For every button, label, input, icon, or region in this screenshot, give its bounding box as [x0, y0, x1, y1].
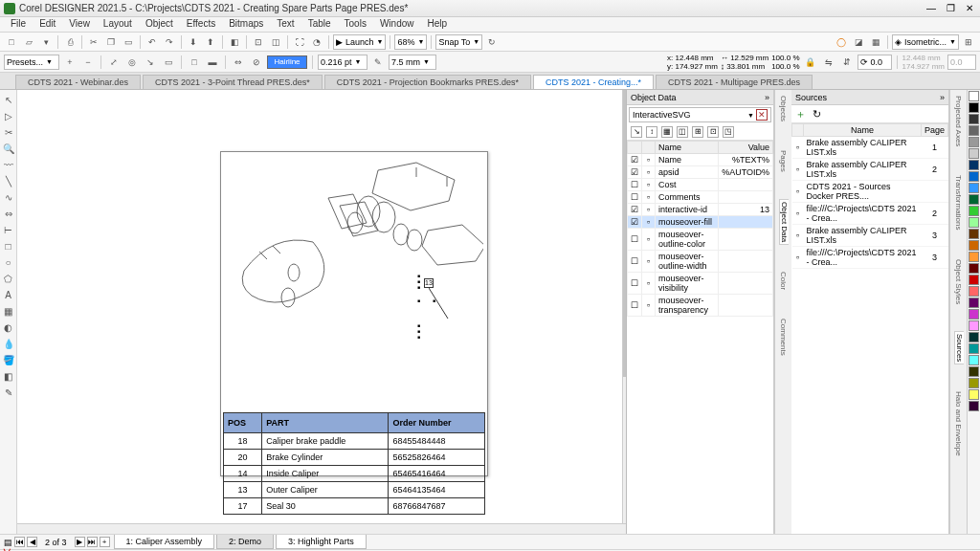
source-row[interactable]: ▫Brake assembly CALIPER LIST.xls1 [792, 137, 948, 159]
freehand-tool-icon[interactable]: 〰 [1, 157, 16, 172]
page-nav-toggle-icon[interactable]: ▤ [4, 538, 12, 547]
document-tab[interactable]: CDTS 2021 - Webinar.des [15, 75, 141, 89]
color-swatch[interactable] [969, 355, 979, 365]
menu-bitmaps[interactable]: Bitmaps [222, 17, 270, 32]
callout2-icon[interactable]: ▭ [161, 55, 176, 70]
docker-tab[interactable]: Comments [779, 317, 788, 358]
flip-h-icon[interactable]: ⇋ [821, 55, 836, 70]
undo-icon[interactable]: ↶ [145, 34, 160, 50]
color-swatch[interactable] [969, 160, 979, 170]
object-data-row[interactable]: ☐▫mouseover-outline-color [628, 229, 773, 251]
checkbox[interactable]: ☐ [628, 273, 642, 295]
callout1-icon[interactable]: ↘ [143, 55, 158, 70]
color-swatch[interactable] [969, 286, 979, 297]
fill-icon[interactable]: ▬ [205, 55, 220, 70]
color-swatch[interactable] [969, 366, 979, 377]
checkbox[interactable]: ☑ [628, 166, 642, 179]
close-button[interactable]: ✕ [963, 3, 976, 13]
pen-icon[interactable]: ✎ [370, 55, 386, 70]
object-data-row[interactable]: ☐▫mouseover-visibility [628, 273, 773, 295]
checkbox[interactable]: ☐ [628, 251, 642, 273]
add-page-icon[interactable]: + [100, 537, 110, 547]
object-data-row[interactable]: ☑▫Name%TEXT% [628, 154, 773, 166]
color-swatch[interactable] [969, 240, 979, 251]
circle-icon[interactable]: ◔ [309, 34, 324, 50]
docker-tab[interactable]: Object Styles [954, 257, 963, 306]
source-row[interactable]: ▫file:///C:\Projects\CDTS 2021 - Crea...… [792, 247, 948, 269]
docker-tab[interactable]: Sources [954, 331, 964, 364]
options2-icon[interactable]: ◫ [268, 34, 283, 50]
app2-icon[interactable]: ▦ [868, 34, 883, 50]
docker-menu-icon[interactable]: » [940, 93, 945, 102]
color-swatch[interactable] [969, 148, 979, 159]
import-icon[interactable]: ⬇ [186, 34, 201, 50]
canvas-area[interactable]: ■ ■ ■ ■ ■ ■ ■ ■ 13 POSPARTOrder Number 1… [17, 90, 626, 534]
od-icon-7[interactable]: ◳ [723, 126, 734, 138]
checkbox[interactable]: ☐ [628, 179, 642, 191]
no-outline-icon[interactable]: ⊘ [249, 55, 264, 70]
source-row[interactable]: ▫CDTS 2021 - Sources Docker PRES.... [792, 181, 948, 203]
zoom-combo[interactable]: 68%▼ [394, 34, 427, 50]
object-data-row[interactable]: ☐▫Cost [628, 179, 773, 191]
checkbox[interactable]: ☑ [628, 216, 642, 229]
color-swatch[interactable] [969, 263, 979, 274]
options-icon[interactable]: ⊡ [251, 34, 266, 50]
docker-tab[interactable]: Object Data [779, 199, 789, 245]
color-swatch[interactable] [969, 206, 979, 216]
horizontal-scrollbar[interactable] [17, 523, 626, 534]
menu-tools[interactable]: Tools [338, 17, 373, 32]
clear-library-icon[interactable]: ✕ [756, 109, 768, 121]
first-page-icon[interactable]: ⏮ [14, 537, 25, 547]
source-row[interactable]: ▫Brake assembly CALIPER LIST.xls3 [792, 225, 948, 247]
snap-combo[interactable]: Snap To▼ [435, 34, 482, 50]
menu-layout[interactable]: Layout [97, 17, 139, 32]
del-preset-icon[interactable]: − [80, 55, 96, 70]
transparency-tool-icon[interactable]: ◧ [1, 368, 16, 384]
print-icon[interactable]: ⎙ [62, 34, 78, 50]
add-source-icon[interactable]: ＋ [795, 108, 807, 120]
cut-icon[interactable]: ✂ [86, 34, 101, 50]
color-swatch[interactable] [969, 137, 979, 147]
color-swatch[interactable] [969, 275, 979, 285]
color-circle-icon[interactable]: ◯ [834, 34, 849, 50]
checkbox[interactable]: ☐ [628, 229, 642, 251]
menu-view[interactable]: View [62, 17, 97, 32]
color-swatch[interactable] [969, 320, 979, 331]
publish-icon[interactable]: ◧ [227, 34, 242, 50]
open-icon[interactable]: ▱ [21, 34, 36, 50]
gap-icon[interactable]: ⇔ [231, 55, 246, 70]
presets-combo[interactable]: Presets...▼ [4, 55, 59, 70]
rotation-input[interactable]: ⟳0.0 [858, 55, 892, 70]
color-swatch[interactable] [969, 102, 979, 113]
minimize-button[interactable]: — [924, 3, 938, 13]
docker-tab[interactable]: Objects [779, 94, 788, 123]
object-data-row[interactable]: ☑▫apsid%AUTOID% [628, 166, 773, 179]
od-icon-3[interactable]: ▦ [661, 126, 673, 138]
page-tab[interactable]: 3: Highlight Parts [276, 535, 367, 549]
dimension-tool-icon[interactable]: ⊢ [1, 222, 16, 237]
pick-tool-icon[interactable]: ↖ [1, 92, 16, 107]
paste-icon[interactable]: ▭ [121, 34, 136, 50]
page-tab[interactable]: 2: Demo [216, 535, 274, 549]
page-tab[interactable]: 1: Caliper Assembly [114, 535, 215, 549]
callout-tool-icon[interactable]: ◐ [1, 320, 16, 335]
vertical-scrollbar[interactable] [622, 90, 626, 523]
source-row[interactable]: ▫file:///C:\Projects\CDTS 2021 - Crea...… [792, 203, 948, 225]
rectangle-tool-icon[interactable]: □ [1, 238, 16, 253]
lock-icon[interactable]: 🔒 [803, 55, 818, 70]
menu-text[interactable]: Text [270, 17, 301, 32]
crop-tool-icon[interactable]: ✂ [1, 124, 16, 140]
color-swatch[interactable] [969, 332, 979, 342]
docker-tab[interactable]: Projected Axes [954, 94, 963, 148]
od-icon-2[interactable]: ↕ [646, 126, 657, 138]
polygon-tool-icon[interactable]: ⬠ [1, 271, 16, 286]
menu-edit[interactable]: Edit [33, 17, 62, 32]
pt-combo[interactable]: 0.216 pt▼ [318, 55, 368, 70]
table-tool-icon[interactable]: ▦ [1, 303, 16, 319]
color-swatch[interactable] [969, 125, 979, 136]
launch-combo[interactable]: ▶Launch▼ [333, 34, 386, 50]
copy-icon[interactable]: ❐ [103, 34, 119, 50]
checkbox[interactable]: ☑ [628, 154, 642, 166]
menu-help[interactable]: Help [421, 17, 455, 32]
color-swatch[interactable] [969, 298, 979, 308]
